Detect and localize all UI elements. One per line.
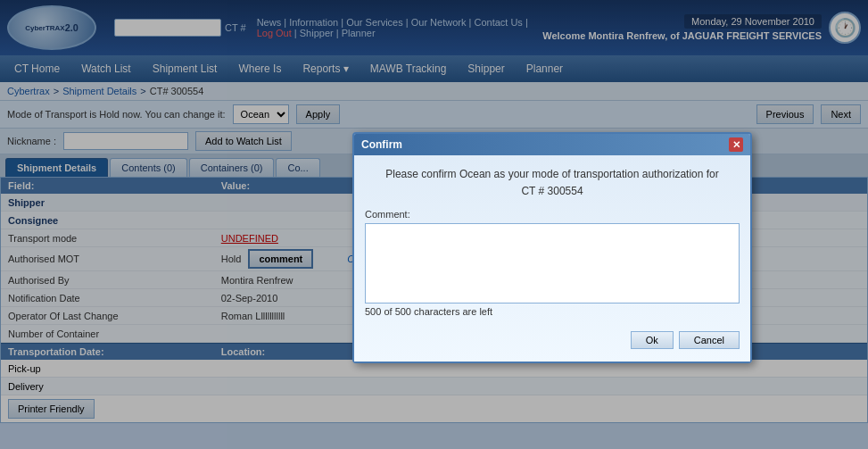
modal-body: Please confirm Ocean as your mode of tra…: [354, 155, 750, 362]
comment-textarea[interactable]: [365, 223, 740, 303]
comment-section: Comment: 500 of 500 characters are left: [365, 209, 740, 317]
modal-close-button[interactable]: ✕: [729, 137, 743, 152]
modal-confirm-text: Please confirm Ocean as your mode of tra…: [365, 166, 740, 200]
char-count: 500 of 500 characters are left: [365, 306, 740, 317]
cancel-button[interactable]: Cancel: [679, 331, 740, 349]
comment-label: Comment:: [365, 209, 740, 220]
ok-button[interactable]: Ok: [631, 331, 674, 349]
confirm-dialog: Confirm ✕ Please confirm Ocean as your m…: [352, 132, 752, 363]
modal-title: Confirm: [361, 138, 402, 151]
modal-buttons: Ok Cancel: [365, 326, 740, 351]
modal-title-bar: Confirm ✕: [354, 134, 750, 155]
modal-overlay: Confirm ✕ Please confirm Ocean as your m…: [0, 0, 868, 449]
